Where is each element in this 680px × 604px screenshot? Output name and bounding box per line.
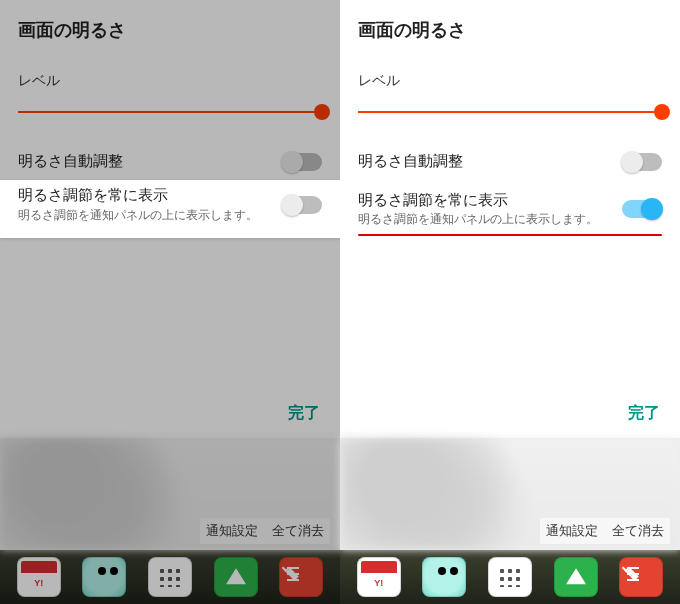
auto-brightness-label: 明るさ自動調整 — [18, 152, 274, 171]
dock: Y! — [340, 550, 680, 604]
always-show-toggle[interactable] — [282, 200, 322, 218]
app-icon-yahoo[interactable]: Y! — [17, 557, 61, 597]
slider-thumb[interactable] — [314, 104, 330, 120]
always-show-sublabel: 明るさ調節を通知パネルの上に表示します。 — [358, 212, 614, 228]
notification-area: 通知設定 全て消去 — [340, 438, 680, 550]
screenshot-left: 画面の明るさ レベル 明るさ自動調整 明るさ調節を常に表示 明るさ調節を通知パネ… — [0, 0, 340, 604]
notification-settings-button[interactable]: 通知設定 — [206, 522, 258, 540]
always-show-row[interactable]: 明るさ調節を常に表示 明るさ調節を通知パネルの上に表示します。 — [358, 181, 662, 232]
brightness-slider[interactable] — [358, 100, 662, 124]
done-row: 完了 — [340, 393, 680, 438]
auto-brightness-row[interactable]: 明るさ自動調整 — [358, 142, 662, 181]
auto-brightness-toggle[interactable] — [622, 153, 662, 171]
always-show-toggle[interactable] — [622, 200, 662, 218]
always-show-row[interactable]: 明るさ調節を常に表示 明るさ調節を通知パネルの上に表示します。 — [18, 181, 322, 238]
level-label: レベル — [18, 72, 322, 90]
level-label: レベル — [358, 72, 662, 90]
notification-area: 通知設定 全て消去 — [0, 438, 340, 550]
clear-all-button[interactable]: 全て消去 — [612, 522, 664, 540]
app-icon-appdrawer[interactable] — [488, 557, 532, 597]
auto-brightness-toggle[interactable] — [282, 153, 322, 171]
app-icon-todoist[interactable] — [619, 557, 663, 597]
page-title: 画面の明るさ — [18, 0, 322, 72]
always-show-label: 明るさ調節を常に表示 — [358, 191, 614, 210]
auto-brightness-label: 明るさ自動調整 — [358, 152, 614, 171]
app-icon-twitter[interactable] — [82, 557, 126, 597]
app-icon-twitter[interactable] — [422, 557, 466, 597]
done-row: 完了 — [0, 393, 340, 438]
app-icon-feedly[interactable] — [554, 557, 598, 597]
auto-brightness-row[interactable]: 明るさ自動調整 — [18, 142, 322, 181]
done-button[interactable]: 完了 — [288, 404, 320, 421]
app-icon-todoist[interactable] — [279, 557, 323, 597]
page-title: 画面の明るさ — [358, 0, 662, 72]
done-button[interactable]: 完了 — [628, 404, 660, 421]
dock: Y! — [0, 550, 340, 604]
slider-track — [18, 111, 322, 113]
clear-all-button[interactable]: 全て消去 — [272, 522, 324, 540]
always-show-sublabel: 明るさ調節を通知パネルの上に表示します。 — [18, 212, 274, 228]
screenshot-right: 画面の明るさ レベル 明るさ自動調整 明るさ調節を常に表示 明るさ調節を通知パネ… — [340, 0, 680, 604]
app-icon-yahoo[interactable]: Y! — [357, 557, 401, 597]
brightness-slider[interactable] — [18, 100, 322, 124]
notification-settings-button[interactable]: 通知設定 — [546, 522, 598, 540]
app-icon-feedly[interactable] — [214, 557, 258, 597]
slider-thumb[interactable] — [654, 104, 670, 120]
always-show-label: 明るさ調節を常に表示 — [18, 191, 274, 210]
app-icon-appdrawer[interactable] — [148, 557, 192, 597]
slider-track — [358, 111, 662, 113]
